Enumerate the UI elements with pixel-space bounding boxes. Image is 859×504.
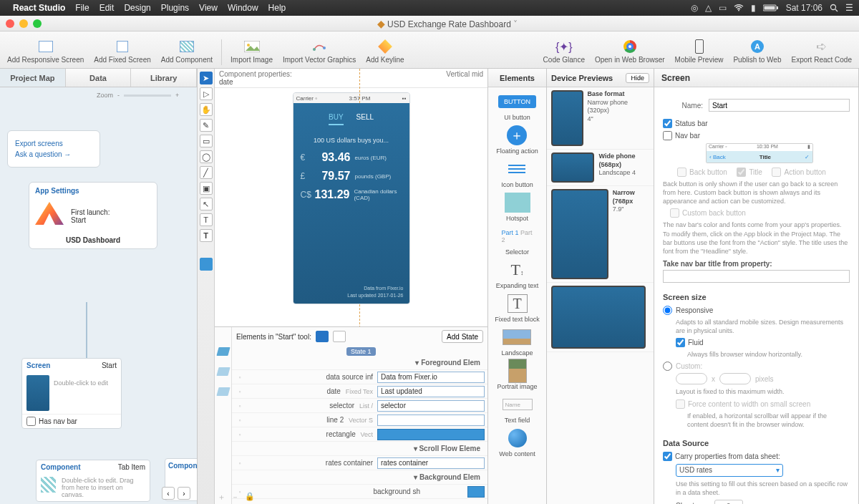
add-state-button[interactable]: Add State xyxy=(442,330,483,343)
hier-lock-icon[interactable]: 🔒 xyxy=(245,492,255,503)
minimize-icon[interactable] xyxy=(19,19,28,28)
phone-tab-buy[interactable]: BUY xyxy=(329,110,344,125)
tab-data[interactable]: Data xyxy=(66,69,132,87)
element-ui-button[interactable]: BUTTONUI button xyxy=(502,92,533,121)
custom-height-input[interactable] xyxy=(719,373,751,384)
element-landscape-image[interactable]: Landscape xyxy=(501,327,533,357)
fluid-checkbox[interactable] xyxy=(676,338,685,347)
tool-direct-icon[interactable]: ▷ xyxy=(200,87,213,100)
import-vector-button[interactable]: Import Vector Graphics xyxy=(280,37,359,65)
has-nav-bar-checkbox[interactable] xyxy=(26,417,36,426)
preview-narrow-tablet-landscape[interactable] xyxy=(547,283,654,352)
ask-question-link[interactable]: Ask a question → xyxy=(15,150,92,158)
zoom-icon[interactable] xyxy=(33,19,42,28)
element-web-content[interactable]: Web content xyxy=(499,428,535,457)
tray-drive-icon[interactable]: △ xyxy=(705,3,712,13)
hierarchy-page-icon[interactable] xyxy=(216,367,230,376)
mobile-preview-button[interactable]: Mobile Preview xyxy=(672,37,727,65)
app-settings-block[interactable]: App Settings First launch:Start USD Dash… xyxy=(29,182,157,249)
size-custom-radio[interactable] xyxy=(663,362,672,371)
size-responsive-radio[interactable] xyxy=(663,306,672,315)
component-block-tabitem[interactable]: ComponentTab Item Double-click to edit. … xyxy=(36,460,150,502)
menu-window[interactable]: Window xyxy=(228,3,258,13)
hide-previews-button[interactable]: Hide xyxy=(626,73,649,83)
hierarchy-page-icon[interactable] xyxy=(216,347,230,356)
hier-field-rates[interactable]: rates container xyxy=(377,457,485,469)
add-keyline-button[interactable]: Add Keyline xyxy=(363,37,407,65)
tray-cc-icon[interactable]: ◎ xyxy=(691,3,698,13)
tray-battery-icon[interactable] xyxy=(763,4,779,11)
tool-pointer-icon[interactable]: ↖ xyxy=(200,198,213,210)
tray-menu-icon[interactable]: ☰ xyxy=(845,3,853,13)
menu-view[interactable]: View xyxy=(199,3,218,13)
canvas-phone-preview[interactable]: Carrier ◦3:57 PM▪▪ BUY SELL 100 US dolla… xyxy=(293,92,410,304)
tool-select-icon[interactable]: ➤ xyxy=(200,72,213,84)
hier-tool-move-icon[interactable] xyxy=(333,331,346,342)
export-react-button[interactable]: ➪Export React Code xyxy=(789,37,855,65)
preview-wide-phone[interactable]: Wide phone (568px)Landscape 4 xyxy=(547,150,654,186)
publish-button[interactable]: APublish to Web xyxy=(730,37,784,65)
nav-title-property-input[interactable] xyxy=(663,270,850,283)
hier-field-bgsh[interactable] xyxy=(467,486,485,498)
hier-field-datasource[interactable]: Data from Fixer.io xyxy=(377,372,485,383)
nav-bar-checkbox[interactable] xyxy=(663,131,672,140)
element-fixed-text[interactable]: TFixed text block xyxy=(495,294,540,323)
tray-wifi-icon[interactable] xyxy=(734,4,744,11)
import-image-button[interactable]: Import Image xyxy=(228,37,276,65)
app-name[interactable]: React Studio xyxy=(13,3,65,13)
tool-pen-icon[interactable]: ✎ xyxy=(200,119,213,132)
hier-field-line2[interactable] xyxy=(377,415,485,426)
element-portrait-image[interactable]: Portrait image xyxy=(497,361,537,390)
tool-line-icon[interactable]: ╱ xyxy=(200,166,213,179)
menu-design[interactable]: Design xyxy=(124,3,150,13)
tool-color-swatch[interactable] xyxy=(200,258,213,271)
hier-remove-icon[interactable]: － xyxy=(232,492,239,503)
add-responsive-screen-button[interactable]: Add Responsive Screen xyxy=(4,37,87,65)
screen-block-start[interactable]: ScreenStart Double-click to edit Has nav… xyxy=(21,358,122,429)
element-selector[interactable]: Part 1 Part 2Selector xyxy=(502,226,533,256)
element-text-field[interactable]: NameText field xyxy=(502,394,533,424)
preview-narrow-tablet-portrait[interactable]: Narrow (768px7.9" xyxy=(547,186,654,283)
code-glance-button[interactable]: {✦}Code Glance xyxy=(540,37,588,65)
carry-properties-checkbox[interactable] xyxy=(663,452,672,461)
hier-field-rectangle[interactable] xyxy=(377,429,485,440)
screen-name-input[interactable] xyxy=(709,99,850,112)
state-1-pill[interactable]: State 1 xyxy=(346,347,376,356)
open-browser-button[interactable]: Open in Web Browser xyxy=(592,37,668,65)
tool-image-icon[interactable]: ▣ xyxy=(200,182,213,195)
element-expanding-text[interactable]: T↕Expanding text xyxy=(496,260,539,289)
project-map-zoom[interactable]: Zoom-+ xyxy=(97,92,179,99)
custom-width-input[interactable] xyxy=(676,373,707,384)
menu-plugins[interactable]: Plugins xyxy=(161,3,189,13)
export-screens-link[interactable]: Export screens xyxy=(15,140,92,147)
menu-edit[interactable]: Edit xyxy=(100,3,115,13)
data-sheet-select[interactable]: USD rates▾ xyxy=(676,464,783,477)
hier-field-selector[interactable]: selector xyxy=(377,400,485,412)
tab-library[interactable]: Library xyxy=(131,69,197,87)
element-hotspot[interactable]: Hotspot xyxy=(502,193,533,222)
preview-base-format[interactable]: Base formatNarrow phone (320px)4" xyxy=(547,87,654,150)
tool-hand-icon[interactable]: ✋ xyxy=(200,103,213,116)
hier-field-date[interactable]: Last updated xyxy=(377,386,485,397)
tool-ellipse-icon[interactable]: ◯ xyxy=(200,150,213,163)
tool-text-icon[interactable]: T xyxy=(200,213,213,226)
menu-file[interactable]: File xyxy=(75,3,89,13)
tray-flag-icon[interactable]: ▮ xyxy=(751,3,756,13)
close-icon[interactable] xyxy=(6,19,14,28)
hierarchy-page-icon[interactable] xyxy=(216,387,230,396)
tray-clock[interactable]: Sat 17:06 xyxy=(786,3,822,13)
tool-rect-icon[interactable]: ▭ xyxy=(200,135,213,147)
sheet-row-stepper[interactable]: ‹ 0 › xyxy=(714,500,743,504)
hier-tool-select-icon[interactable] xyxy=(316,331,329,342)
tray-search-icon[interactable] xyxy=(830,4,838,12)
pm-next-button[interactable]: › xyxy=(178,487,190,500)
menu-help[interactable]: Help xyxy=(268,3,286,13)
status-bar-checkbox[interactable] xyxy=(663,119,672,128)
tab-project-map[interactable]: Project Map xyxy=(0,69,66,87)
pm-prev-button[interactable]: ‹ xyxy=(162,487,175,500)
element-icon-button[interactable]: Icon button xyxy=(501,159,533,188)
phone-tab-sell[interactable]: SELL xyxy=(356,110,374,125)
add-component-button[interactable]: Add Component xyxy=(158,37,215,65)
element-floating-action[interactable]: ＋Floating action xyxy=(496,125,538,155)
tool-textbox-icon[interactable]: T xyxy=(200,229,213,242)
